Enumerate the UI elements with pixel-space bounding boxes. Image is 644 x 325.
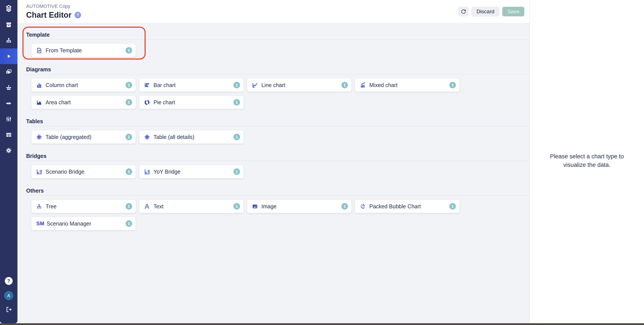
logout-icon [6,306,12,313]
card-label: YoY Bridge [154,169,180,175]
card-packed-bubble-chart[interactable]: Packed Bubble Chart i [355,200,460,213]
document-check-icon [36,47,42,54]
info-icon[interactable]: i [234,99,240,106]
area-chart-icon [36,99,42,106]
section-title: Tables [26,118,530,126]
info-icon[interactable]: i [342,82,348,88]
info-icon[interactable]: i [126,220,132,227]
pie-chart-icon [144,99,150,106]
save-button[interactable]: Save [502,7,524,16]
info-icon[interactable]: i [449,203,456,210]
info-icon[interactable]: i [342,203,348,210]
sidebar-item-flow[interactable] [0,96,18,111]
card-table-all-details[interactable]: Table (all details) i [139,130,244,144]
card-mixed-chart[interactable]: Mixed chart i [355,78,460,92]
card-label: Scenario Bridge [46,169,84,175]
layers-cube-logo-icon [4,4,13,13]
sidebar-item-sliders[interactable] [0,111,18,127]
section-tables: Tables Table (aggregated) i Table (all d… [26,118,530,144]
section-title: Template [26,32,530,40]
column-chart-icon [36,82,42,88]
refresh-icon [461,9,466,15]
card-image[interactable]: Image i [247,200,352,213]
info-icon[interactable]: i [234,82,240,88]
card-label: Image [262,203,276,210]
bridge-chart-icon [36,168,42,175]
discard-button[interactable]: Discard [472,7,499,16]
info-icon[interactable]: i [234,134,240,140]
section-others: Others Tree i A T [26,188,530,230]
section-diagrams: Diagrams Column chart i [26,66,530,109]
tree-icon [36,203,42,210]
card-label: Pie chart [154,99,175,106]
card-label: Packed Bubble Chart [369,203,421,210]
sidebar-item-network[interactable] [0,80,18,96]
info-icon[interactable]: i [234,168,240,175]
gear-icon [6,147,12,154]
info-icon[interactable]: i [126,82,132,88]
sidebar: ? A [0,0,18,323]
bar-chart-icon [144,82,150,88]
card-line-chart[interactable]: Line chart i [247,78,352,92]
sidebar-item-org-chart[interactable] [0,33,18,49]
preview-panel: Please select a chart type to visualize … [530,0,644,323]
info-icon[interactable]: i [449,82,456,88]
sidebar-nav [0,17,18,158]
sm-badge-icon: SM [36,220,45,227]
card-label: Table (all details) [154,134,194,140]
section-title: Others [26,188,530,196]
app-logo [0,0,18,17]
table-grid-icon [144,134,150,140]
card-tree[interactable]: Tree i [31,200,136,213]
data-table-icon [6,132,12,138]
card-bar-chart[interactable]: Bar chart i [139,78,244,92]
sidebar-item-settings[interactable] [0,143,18,158]
play-icon [6,53,12,60]
info-icon[interactable]: i [126,203,132,210]
table-grid-icon [36,134,42,140]
header: AUTOMOTIVE Copy Chart Editor ? Discard S… [18,0,530,23]
flow-arrow-icon [6,100,12,107]
card-text[interactable]: A Text i [139,200,244,213]
org-chart-icon [6,37,12,44]
archive-icon [6,22,12,28]
bridge-chart-icon [144,168,150,175]
sidebar-item-archive[interactable] [0,17,18,33]
slides-icon [6,69,12,75]
chart-type-picker: Template From Template i Diagrams [18,23,530,323]
section-title: Bridges [26,153,530,161]
sidebar-item-play[interactable] [0,49,18,64]
card-scenario-bridge[interactable]: Scenario Bridge i [31,165,136,178]
network-icon [6,84,12,91]
card-label: Tree [46,203,56,210]
info-icon[interactable]: i [126,47,132,54]
info-icon[interactable]: i [234,203,240,210]
refresh-button[interactable] [458,7,468,16]
info-icon[interactable]: i [126,168,132,175]
mixed-chart-icon [360,82,366,88]
info-icon[interactable]: i [126,99,132,106]
card-from-template[interactable]: From Template i [31,44,136,57]
logout-button[interactable] [6,306,12,313]
avatar[interactable]: A [4,291,13,300]
image-icon [252,203,258,210]
sidebar-bottom: ? A [4,277,13,323]
empty-state-message: Please select a chart type to visualize … [546,152,628,169]
header-actions: Discard Save [458,7,524,16]
card-table-aggregated[interactable]: Table (aggregated) i [31,130,136,144]
help-button[interactable]: ? [5,277,13,285]
card-label: Scenario Manager [47,220,91,227]
page-title: Chart Editor [26,11,72,20]
card-scenario-manager[interactable]: SM Scenario Manager i [31,217,136,230]
title-help-icon[interactable]: ? [74,12,81,18]
sidebar-item-slides[interactable] [0,64,18,80]
card-label: From Template [46,47,82,54]
question-mark-icon: ? [7,278,10,284]
card-column-chart[interactable]: Column chart i [31,78,136,92]
section-bridges: Bridges Scenario Bridge i [26,153,530,178]
card-pie-chart[interactable]: Pie chart i [139,96,244,109]
sidebar-item-data-table[interactable] [0,127,18,143]
card-yoy-bridge[interactable]: YoY Bridge i [139,165,244,178]
card-area-chart[interactable]: Area chart i [31,96,136,109]
info-icon[interactable]: i [126,134,132,140]
